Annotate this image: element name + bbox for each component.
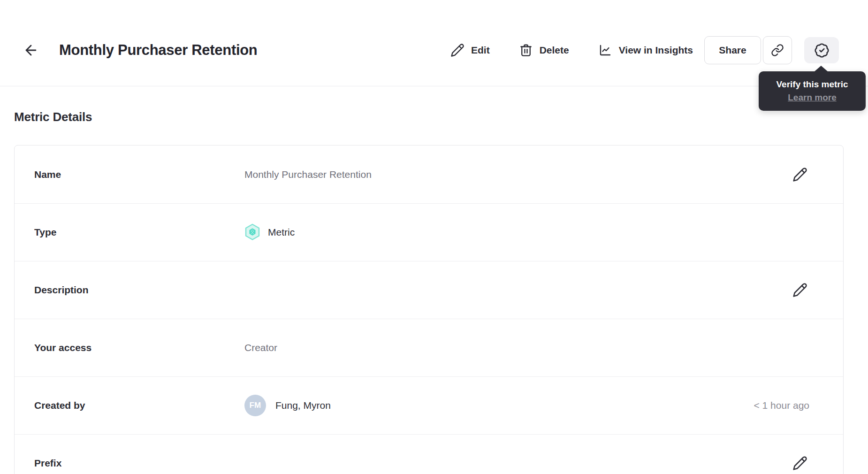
- created-by-value: Fung, Myron: [275, 400, 331, 411]
- verified-badge-icon: [814, 43, 830, 58]
- detail-row-description: Description: [15, 261, 843, 319]
- tooltip-arrow: [814, 66, 828, 72]
- row-label: Description: [34, 284, 244, 296]
- created-timestamp: < 1 hour ago: [754, 400, 809, 411]
- verify-metric-tooltip: Verify this metric Learn more: [759, 71, 866, 111]
- pencil-icon: [792, 283, 807, 298]
- link-icon: [771, 44, 784, 57]
- detail-row-created-by: Created by FM Fung, Myron < 1 hour ago: [15, 376, 843, 434]
- row-label: Name: [34, 169, 244, 180]
- row-label: Prefix: [34, 458, 244, 469]
- page-title: Monthly Purchaser Retention: [59, 42, 258, 59]
- pencil-icon: [792, 167, 807, 182]
- edit-button-label: Edit: [471, 45, 490, 56]
- view-in-insights-label: View in Insights: [619, 45, 693, 56]
- type-value: Metric: [268, 227, 295, 238]
- pencil-icon: [450, 43, 464, 57]
- back-arrow-icon: [23, 42, 39, 58]
- detail-row-prefix: Prefix: [15, 434, 843, 474]
- verify-metric-button[interactable]: [804, 37, 839, 63]
- tooltip-title: Verify this metric: [764, 79, 860, 90]
- metric-details-card: Name Monthly Purchaser Retention Type: [14, 145, 844, 474]
- detail-row-type: Type Metric: [15, 203, 843, 261]
- edit-prefix-button[interactable]: [791, 454, 809, 473]
- back-button[interactable]: [23, 42, 39, 59]
- row-value: Monthly Purchaser Retention: [244, 169, 745, 180]
- row-label: Type: [34, 227, 244, 238]
- header-actions: Edit Delete View in Insights Share: [450, 36, 839, 64]
- metric-hexagon-icon: [244, 223, 260, 241]
- delete-button[interactable]: Delete: [519, 43, 569, 57]
- line-chart-icon: [598, 43, 612, 57]
- pencil-icon: [792, 456, 807, 471]
- trash-icon: [519, 43, 533, 57]
- learn-more-link[interactable]: Learn more: [788, 92, 836, 103]
- page-header: Monthly Purchaser Retention Edit Delete …: [0, 0, 868, 86]
- edit-button[interactable]: Edit: [450, 43, 490, 57]
- row-label: Created by: [34, 400, 244, 411]
- row-value: Creator: [244, 342, 745, 353]
- share-button[interactable]: Share: [704, 36, 761, 64]
- edit-description-button[interactable]: [791, 281, 809, 299]
- share-button-group: Share: [704, 36, 792, 64]
- view-in-insights-button[interactable]: View in Insights: [598, 43, 693, 57]
- detail-row-your-access: Your access Creator: [15, 319, 843, 376]
- delete-button-label: Delete: [540, 45, 569, 56]
- edit-name-button[interactable]: [791, 165, 809, 184]
- copy-link-button[interactable]: [763, 36, 792, 64]
- avatar: FM: [244, 395, 266, 416]
- section-heading: Metric Details: [14, 110, 868, 124]
- row-label: Your access: [34, 342, 244, 353]
- detail-row-name: Name Monthly Purchaser Retention: [15, 145, 843, 203]
